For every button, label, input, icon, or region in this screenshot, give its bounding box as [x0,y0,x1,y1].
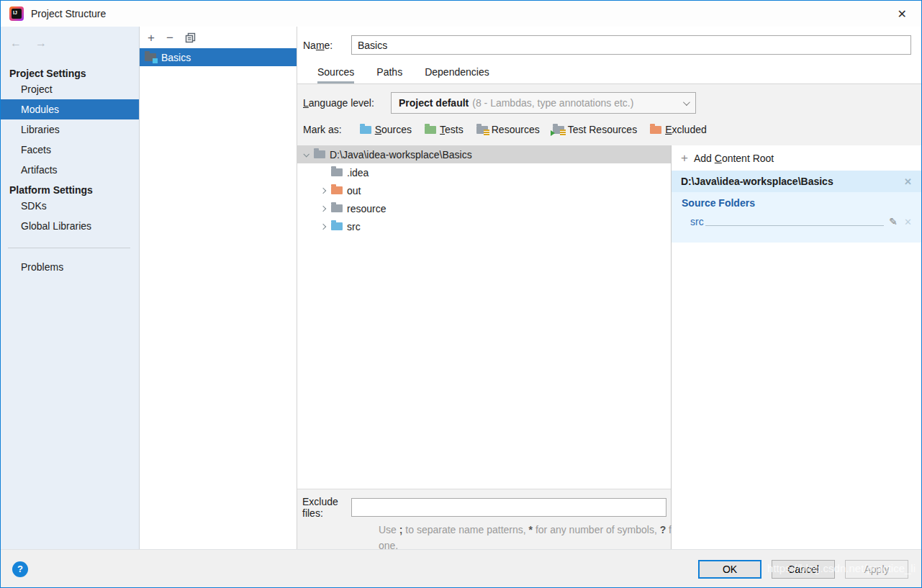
sidebar-item-facets[interactable]: Facets [1,140,139,160]
module-editor: Name: Sources Paths Dependencies Languag… [297,27,921,549]
row-divider [705,225,885,226]
add-content-root-button[interactable]: + Add Content Root [672,145,921,171]
test-resources-folder-icon [553,126,564,134]
language-level-value: Project default [399,97,469,109]
language-level-hint: (8 - Lambdas, type annotations etc.) [472,97,633,109]
sidebar-item-libraries[interactable]: Libraries [1,119,139,140]
mark-as-resources[interactable]: Resources [476,124,540,135]
cancel-button[interactable]: Cancel [772,560,835,579]
window-title: Project Structure [31,8,106,19]
project-structure-dialog: Project Structure ✕ ← → Project Settings… [0,0,922,588]
content-root-details-panel: + Add Content Root D:\Java\idea-workspla… [672,145,921,549]
content-root-tree: D:\Java\idea-worksplace\Basics .idea out [297,145,671,489]
source-folder-row[interactable]: src ✎ ✕ [690,214,912,230]
sidebar-item-sdks[interactable]: SDKs [1,196,139,216]
tree-row-src[interactable]: src [297,217,671,235]
exclude-files-panel: Exclude files: Use ; to separate name pa… [297,489,671,549]
dialog-footer: ? OK Cancel Apply https://blog.csdn.net/… [1,549,921,588]
tree-row-root[interactable]: D:\Java\idea-worksplace\Basics [297,145,671,163]
title-bar: Project Structure ✕ [1,1,921,27]
module-name: Basics [161,52,191,63]
ok-button[interactable]: OK [698,560,761,579]
chevron-expanded-icon[interactable] [301,153,311,157]
add-module-icon[interactable]: + [148,32,155,44]
mark-as-tests[interactable]: Tests [425,124,464,135]
remove-content-root-icon[interactable]: ✕ [904,176,912,187]
source-folders-section: Source Folders src ✎ ✕ [672,192,921,243]
chevron-collapsed-icon[interactable] [318,225,328,229]
mark-as-sources[interactable]: Sources [360,124,412,135]
settings-sidebar: ← → Project Settings Project Modules Lib… [1,27,140,549]
mark-as-excluded[interactable]: Excluded [650,124,707,135]
excluded-folder-icon [650,126,661,134]
chevron-down-icon [683,99,690,106]
tree-row-label: src [347,221,361,232]
remove-source-folder-icon[interactable]: ✕ [904,217,912,227]
module-tabs: Sources Paths Dependencies [297,55,921,84]
module-list-panel: + − Basics [140,27,297,549]
sources-options-panel: Language level: Project default (8 - Lam… [297,84,921,145]
mark-as-test-resources[interactable]: Test Resources [553,124,637,135]
tree-row-label: resource [347,203,386,214]
plus-icon: + [681,151,688,166]
intellij-logo-icon [9,6,24,21]
section-header-platform-settings: Platform Settings [1,184,139,196]
remove-module-icon[interactable]: − [166,32,173,44]
content-root-path: D:\Java\idea-worksplace\Basics [681,176,833,187]
exclude-files-input[interactable] [351,498,666,517]
section-header-project-settings: Project Settings [1,68,139,79]
close-icon[interactable]: ✕ [893,6,911,22]
apply-button[interactable]: Apply [845,560,908,579]
tab-paths[interactable]: Paths [376,66,402,83]
sidebar-divider [8,248,130,248]
chevron-collapsed-icon[interactable] [318,189,328,193]
forward-arrow-icon[interactable]: → [35,37,47,50]
language-level-label: Language level: [303,97,391,109]
source-folders-label: Source Folders [682,197,912,209]
mark-as-label: Mark as: [303,124,342,135]
resources-folder-icon [476,126,488,134]
copy-module-icon[interactable] [185,32,196,43]
tab-sources[interactable]: Sources [317,66,354,83]
chevron-collapsed-icon[interactable] [318,207,328,211]
tree-row-label: .idea [347,167,369,178]
language-level-dropdown[interactable]: Project default (8 - Lambdas, type annot… [391,92,696,114]
excluded-folder-icon [331,186,343,194]
source-folder-name: src [690,216,704,227]
tree-row-label: D:\Java\idea-worksplace\Basics [330,149,472,160]
content-root-header[interactable]: D:\Java\idea-worksplace\Basics ✕ [672,171,921,192]
sidebar-item-problems[interactable]: Problems [1,257,139,277]
edit-pencil-icon[interactable]: ✎ [889,216,898,227]
source-folder-icon [331,222,343,230]
folder-icon [331,168,343,176]
tree-row-resource[interactable]: resource [297,199,671,217]
help-icon[interactable]: ? [12,561,28,577]
name-label: Name: [303,40,351,51]
exclude-files-label: Exclude files: [302,496,351,519]
add-content-root-label: Add Content Root [694,153,774,164]
sidebar-item-global-libraries[interactable]: Global Libraries [1,216,139,236]
sidebar-item-project[interactable]: Project [1,79,139,99]
tree-row-idea[interactable]: .idea [297,163,671,181]
tests-folder-icon [425,126,436,134]
tree-row-label: out [347,185,361,196]
tree-row-out[interactable]: out [297,181,671,199]
folder-icon [314,150,325,158]
module-folder-icon [145,53,156,61]
tab-dependencies[interactable]: Dependencies [425,66,489,83]
folder-icon [331,204,343,212]
module-list-item-basics[interactable]: Basics [140,48,297,66]
sources-folder-icon [360,126,371,134]
back-arrow-icon[interactable]: ← [10,37,22,50]
sidebar-item-modules[interactable]: Modules [1,99,139,119]
module-name-input[interactable] [351,35,911,55]
sidebar-item-artifacts[interactable]: Artifacts [1,160,139,180]
